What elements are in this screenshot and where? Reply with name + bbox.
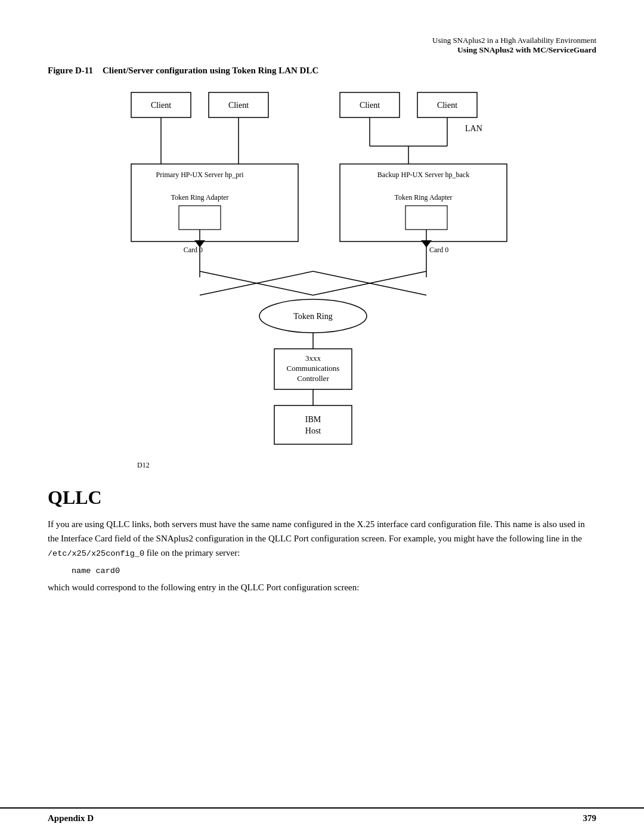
page: Using SNAplus2 in a High Availability En… bbox=[0, 0, 644, 833]
svg-rect-45 bbox=[274, 405, 352, 444]
footer-left: Appendix D bbox=[48, 813, 94, 823]
header-line1: Using SNAplus2 in a High Availability En… bbox=[48, 36, 596, 45]
d12-label: D12 bbox=[137, 461, 555, 470]
svg-text:Client: Client bbox=[360, 101, 380, 110]
svg-text:Token Ring: Token Ring bbox=[293, 312, 333, 321]
svg-text:Token Ring Adapter: Token Ring Adapter bbox=[171, 193, 228, 202]
figure-caption: Client/Server configuration using Token … bbox=[103, 66, 318, 75]
svg-text:Controller: Controller bbox=[297, 374, 329, 383]
diagram-svg: Client Client Client Client LAN bbox=[113, 86, 531, 456]
svg-rect-22 bbox=[405, 206, 447, 230]
footer-right: 379 bbox=[583, 813, 597, 823]
svg-text:Communications: Communications bbox=[287, 364, 340, 373]
paragraph1-text: If you are using QLLC links, both server… bbox=[48, 519, 585, 543]
code-inline: /etc/x25/x25config_0 bbox=[48, 549, 144, 558]
svg-text:Host: Host bbox=[305, 426, 321, 435]
footer: Appendix D 379 bbox=[0, 807, 644, 833]
svg-text:3xxx: 3xxx bbox=[305, 354, 321, 363]
svg-text:IBM: IBM bbox=[305, 415, 321, 424]
qllc-heading: QLLC bbox=[48, 487, 596, 509]
page-header: Using SNAplus2 in a High Availability En… bbox=[48, 36, 596, 55]
code-line: name card0 bbox=[72, 566, 596, 575]
svg-text:Primary HP-UX Server hp_pri: Primary HP-UX Server hp_pri bbox=[156, 171, 244, 179]
figure-title: Figure D-11Client/Server configuration u… bbox=[48, 66, 596, 76]
svg-text:Backup HP-UX Server hp_back: Backup HP-UX Server hp_back bbox=[377, 171, 469, 179]
body-paragraph-2: which would correspond to the following … bbox=[48, 580, 596, 594]
svg-text:Client: Client bbox=[228, 101, 249, 110]
diagram-svg-wrap: Client Client Client Client LAN bbox=[113, 86, 531, 459]
svg-text:Client: Client bbox=[151, 101, 171, 110]
svg-text:Client: Client bbox=[437, 101, 457, 110]
paragraph1-end: file on the primary server: bbox=[147, 548, 240, 558]
svg-rect-18 bbox=[179, 206, 221, 230]
header-line2: Using SNAplus2 with MC/ServiceGuard bbox=[48, 45, 596, 55]
body-paragraph-1: If you are using QLLC links, both server… bbox=[48, 517, 596, 561]
figure-label: Figure D-11 bbox=[48, 66, 93, 75]
svg-text:Card 0: Card 0 bbox=[429, 246, 448, 254]
svg-text:Token Ring Adapter: Token Ring Adapter bbox=[394, 193, 452, 202]
diagram-area: Client Client Client Client LAN bbox=[48, 86, 596, 481]
svg-text:LAN: LAN bbox=[465, 124, 482, 133]
